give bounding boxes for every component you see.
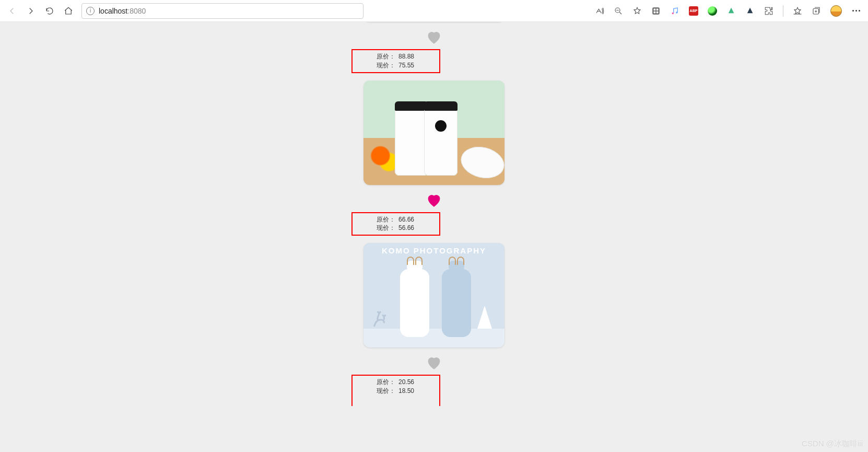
vue-devtools-button-1[interactable]: ▼ <box>726 6 736 16</box>
watermark: CSDN @冰咖啡iii <box>802 439 863 449</box>
product-card: KOMO PHOTOGRAPHY 原价：20.56 现价：18.50 <box>356 243 512 406</box>
home-icon <box>64 6 73 16</box>
svg-rect-3 <box>656 8 659 10</box>
favorite-button[interactable] <box>632 6 642 16</box>
bottle-decoration <box>442 269 471 337</box>
music-icon <box>670 6 679 16</box>
svg-point-6 <box>672 12 674 14</box>
back-button[interactable] <box>7 6 17 16</box>
favorites-bar-button[interactable] <box>793 6 802 16</box>
refresh-button[interactable] <box>45 6 54 16</box>
favorites-icon <box>793 6 802 16</box>
current-price-value: 75.55 <box>398 61 414 70</box>
svg-rect-2 <box>654 8 656 10</box>
url-text: localhost:8080 <box>99 7 146 15</box>
bottle-decoration <box>400 269 429 337</box>
adblock-ext-button[interactable]: ABP <box>689 6 698 16</box>
music-ext-button[interactable] <box>670 6 679 16</box>
price-box: 原价：20.56 现价：18.50 <box>351 375 440 406</box>
tree-decoration <box>477 306 492 329</box>
original-price-label: 原价： <box>377 215 395 224</box>
current-price-label: 现价： <box>377 224 395 233</box>
toolbar-divider <box>783 5 783 17</box>
collections-icon <box>812 6 821 16</box>
current-price-value: 56.66 <box>398 224 414 233</box>
zoom-icon <box>614 6 623 16</box>
extensions-button[interactable] <box>764 6 773 16</box>
abp-label: ABP <box>690 9 698 13</box>
price-box: 原价：88.88 现价：75.55 <box>351 49 440 73</box>
read-aloud-icon <box>595 6 604 16</box>
favorite-star-icon <box>632 6 642 16</box>
page-viewport[interactable]: 原价：88.88 现价：75.55 原价：66.66 现价：56.66 <box>0 22 868 452</box>
extensions-puzzle-icon <box>764 6 773 16</box>
original-price-value: 66.66 <box>398 215 414 224</box>
current-price-label: 现价： <box>377 387 395 396</box>
zoom-button[interactable] <box>614 6 623 16</box>
refresh-icon <box>45 6 54 16</box>
nav-buttons <box>7 6 73 16</box>
original-price-label: 原价： <box>377 52 395 61</box>
like-button[interactable] <box>425 354 443 372</box>
forward-icon <box>26 6 36 16</box>
toolbar-right: ABP ▼ ▼ <box>595 5 861 17</box>
more-button[interactable] <box>851 6 861 16</box>
browser-toolbar: i localhost:8080 ABP ▼ ▼ <box>0 0 868 22</box>
image-overlay-text: KOMO PHOTOGRAPHY <box>363 246 505 255</box>
original-price-value: 20.56 <box>398 378 414 387</box>
heart-icon <box>425 28 443 46</box>
read-aloud-button[interactable] <box>595 6 604 16</box>
back-icon <box>7 6 17 16</box>
collections-button[interactable] <box>812 6 821 16</box>
product-image[interactable] <box>363 80 505 185</box>
svg-rect-1 <box>652 7 660 15</box>
heart-icon <box>425 191 443 209</box>
vue-devtools-button-2[interactable]: ▼ <box>745 6 755 16</box>
product-card: 原价：66.66 现价：56.66 <box>356 80 512 236</box>
url-port: :8080 <box>127 7 146 15</box>
original-price-label: 原价： <box>377 378 395 387</box>
current-price-label: 现价： <box>377 61 395 70</box>
grid-ext-button[interactable] <box>651 6 661 16</box>
home-button[interactable] <box>64 6 73 16</box>
original-price-value: 88.88 <box>398 52 414 61</box>
svg-rect-5 <box>656 11 659 13</box>
heart-icon <box>425 354 443 372</box>
more-icon <box>852 10 860 11</box>
svg-point-7 <box>676 11 677 13</box>
forward-button[interactable] <box>26 6 36 16</box>
product-card: 原价：88.88 现价：75.55 <box>356 22 512 73</box>
site-info-icon[interactable]: i <box>86 7 95 15</box>
deer-decoration <box>371 308 391 332</box>
address-bar[interactable]: i localhost:8080 <box>81 3 363 19</box>
grid-icon <box>651 6 661 16</box>
download-ext-button[interactable] <box>708 6 717 16</box>
current-price-value: 18.50 <box>398 387 414 396</box>
like-button[interactable] <box>425 191 443 209</box>
product-feed: 原价：88.88 现价：75.55 原价：66.66 现价：56.66 <box>356 22 512 413</box>
product-image[interactable]: KOMO PHOTOGRAPHY <box>363 243 505 347</box>
url-host: localhost <box>99 7 127 15</box>
svg-rect-4 <box>654 11 656 13</box>
like-button[interactable] <box>425 28 443 46</box>
price-box: 原价：66.66 现价：56.66 <box>351 212 440 236</box>
profile-button[interactable] <box>830 5 842 17</box>
